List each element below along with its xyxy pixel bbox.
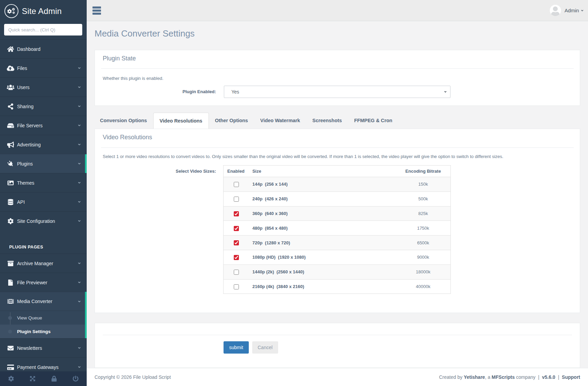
power-icon[interactable] bbox=[73, 376, 78, 382]
select-video-sizes-label: Select Video Sizes: bbox=[103, 165, 216, 294]
chevron-down-icon bbox=[78, 219, 81, 223]
chevron-down-icon bbox=[78, 162, 81, 166]
credits-text-part: company bbox=[515, 374, 535, 380]
column-header-bitrate: Encoding Bitrate bbox=[396, 166, 451, 177]
video-size-bitrate: 40000k bbox=[396, 279, 451, 294]
sidebar-subitem-plugin-settings[interactable]: Plugin Settings bbox=[0, 325, 87, 338]
video-size-bitrate: 1750k bbox=[396, 221, 451, 235]
chevron-down-icon bbox=[581, 9, 583, 12]
sidebar-item-label: API bbox=[17, 199, 25, 205]
video-size-checkbox[interactable] bbox=[234, 182, 239, 187]
sidebar-subitem-view-queue[interactable]: View Queue bbox=[0, 311, 87, 325]
gear-icon[interactable] bbox=[8, 376, 14, 382]
lock-icon[interactable] bbox=[52, 376, 57, 382]
tab-conversion-options[interactable]: Conversion Options bbox=[95, 113, 153, 129]
video-resolutions-help: Select 1 or more video resolutions to co… bbox=[103, 154, 572, 159]
menu-toggle-icon[interactable] bbox=[92, 6, 101, 15]
video-size-row: 2160p (4k) (3840 x 2160)40000k bbox=[224, 279, 451, 294]
sidebar-item-advertising[interactable]: Advertising bbox=[0, 135, 87, 154]
video-size-label: 1080p (HD) (1920 x 1080) bbox=[249, 250, 396, 265]
video-size-label: 360p (640 x 360) bbox=[249, 206, 396, 221]
sidebar-item-label: Newsletters bbox=[17, 345, 42, 351]
sidebar-item-file-servers[interactable]: File Servers bbox=[0, 116, 87, 135]
sidebar-item-themes[interactable]: Themes bbox=[0, 173, 87, 192]
sidebar-item-sharing[interactable]: Sharing bbox=[0, 97, 87, 116]
video-size-bitrate: 18000k bbox=[396, 265, 451, 279]
video-size-checkbox[interactable] bbox=[234, 255, 239, 260]
video-size-checkbox[interactable] bbox=[234, 240, 239, 245]
chevron-down-icon bbox=[78, 124, 81, 127]
plugin-state-panel: Plugin State Whether this plugin is enab… bbox=[95, 50, 580, 106]
avatar bbox=[550, 5, 561, 16]
home-icon bbox=[7, 46, 14, 52]
sidebar-item-plugins[interactable]: Plugins bbox=[0, 154, 87, 173]
video-sizes-table: Enabled Size Encoding Bitrate 144p (256 … bbox=[223, 165, 451, 294]
video-size-checkbox[interactable] bbox=[234, 226, 239, 231]
credits-link[interactable]: Yetishare bbox=[464, 374, 485, 380]
share-icon bbox=[7, 103, 14, 110]
video-size-label: 480p (854 x 480) bbox=[249, 221, 396, 235]
sidebar-item-label: Archive Manager bbox=[17, 261, 53, 266]
credits-text-part: | bbox=[535, 374, 542, 380]
credits-link[interactable]: MFScripts bbox=[492, 374, 515, 380]
cancel-button[interactable]: Cancel bbox=[252, 341, 278, 354]
page-title: Media Converter Settings bbox=[95, 28, 580, 39]
tab-video-watermark[interactable]: Video Watermark bbox=[254, 113, 306, 129]
chevron-down-icon bbox=[78, 346, 81, 350]
sidebar-group-media-converter: Media ConverterView QueuePlugin Settings bbox=[0, 292, 87, 338]
chevron-down-icon bbox=[78, 261, 81, 265]
sidebar-item-label: Payment Gateways bbox=[17, 364, 58, 370]
sidebar-item-files[interactable]: Files bbox=[0, 58, 87, 77]
video-size-label: 720p (1280 x 720) bbox=[249, 235, 396, 250]
tab-other-options[interactable]: Other Options bbox=[209, 113, 254, 129]
credits-text-part: | bbox=[555, 374, 562, 380]
video-size-checkbox[interactable] bbox=[234, 211, 239, 216]
chevron-down-icon bbox=[78, 143, 81, 146]
video-size-row: 720p (1280 x 720)6500k bbox=[224, 235, 451, 250]
chevron-down-icon bbox=[78, 281, 81, 284]
app-title: Site Admin bbox=[22, 6, 62, 16]
plugin-state-title: Plugin State bbox=[103, 55, 572, 62]
sidebar: Site Admin DashboardFilesUsersSharingFil… bbox=[0, 0, 87, 386]
submit-button[interactable]: submit bbox=[224, 341, 249, 354]
expand-icon[interactable] bbox=[30, 376, 35, 382]
credits-link[interactable]: Support bbox=[562, 374, 580, 380]
tab-ffmpeg-cron[interactable]: FFMPEG & Cron bbox=[348, 113, 399, 129]
sidebar-item-dashboard[interactable]: Dashboard bbox=[0, 39, 87, 58]
credits-link[interactable]: v5.6.0 bbox=[542, 374, 555, 380]
quick-search-input[interactable] bbox=[4, 24, 82, 35]
sidebar-footer bbox=[0, 371, 87, 386]
divider bbox=[101, 147, 574, 148]
film-icon bbox=[7, 298, 14, 304]
sidebar-item-file-previewer[interactable]: File Previewer bbox=[0, 273, 87, 292]
page-footer: Copyright © 2026 File Upload Script Crea… bbox=[87, 368, 588, 386]
admin-username: Admin bbox=[564, 8, 579, 13]
sidebar-item-media-converter[interactable]: Media Converter bbox=[0, 292, 87, 311]
users-icon bbox=[7, 84, 14, 90]
video-size-checkbox[interactable] bbox=[234, 270, 239, 275]
bullhorn-icon bbox=[7, 142, 14, 148]
plugin-enabled-select[interactable]: Yes bbox=[224, 86, 450, 98]
sidebar-item-site-configuration[interactable]: Site Configuration bbox=[0, 211, 87, 230]
admin-menu[interactable]: Admin bbox=[550, 5, 583, 16]
sidebar-item-users[interactable]: Users bbox=[0, 77, 87, 97]
tab-video-resolutions[interactable]: Video Resolutions bbox=[153, 113, 209, 129]
sidebar-item-api[interactable]: API bbox=[0, 192, 87, 211]
video-size-bitrate: 9000k bbox=[396, 250, 451, 265]
settings-tabs: Conversion OptionsVideo ResolutionsOther… bbox=[95, 113, 580, 129]
video-size-checkbox[interactable] bbox=[234, 284, 239, 289]
cogs-icon bbox=[4, 4, 18, 18]
plugin-state-help: Whether this plugin is enabled. bbox=[103, 76, 572, 81]
sidebar-item-archive-manager[interactable]: Archive Manager bbox=[0, 254, 87, 273]
plugin-enabled-label: Plugin Enabled: bbox=[103, 86, 216, 98]
video-size-row: 1080p (HD) (1920 x 1080)9000k bbox=[224, 250, 451, 265]
video-size-checkbox[interactable] bbox=[234, 197, 239, 202]
credits-text: Created by Yetishare, a MFScripts compan… bbox=[439, 374, 580, 380]
tab-screenshots[interactable]: Screenshots bbox=[306, 113, 348, 129]
sidebar-item-newsletters[interactable]: Newsletters bbox=[0, 338, 87, 357]
image-icon bbox=[7, 180, 14, 186]
column-header-size: Size bbox=[249, 166, 396, 177]
chevron-down-icon bbox=[78, 181, 81, 185]
sidebar-item-label: File Servers bbox=[17, 123, 43, 128]
sidebar-item-label: Dashboard bbox=[17, 46, 41, 52]
